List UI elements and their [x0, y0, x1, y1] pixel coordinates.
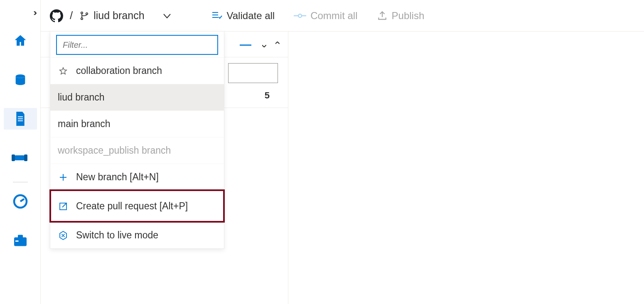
- create-pull-request-label: Create pull request [Alt+P]: [76, 201, 188, 212]
- nav-monitor[interactable]: [8, 191, 33, 212]
- collapse-icon[interactable]: —: [240, 38, 251, 51]
- collaboration-branch-item[interactable]: collaboration branch: [50, 57, 224, 84]
- nav-data[interactable]: [8, 69, 33, 91]
- star-icon: [58, 66, 69, 76]
- current-branch-label: liud branch: [93, 10, 144, 22]
- branch-dropdown: collaboration branch liud branch main br…: [50, 31, 224, 249]
- pipeline-icon: [12, 152, 29, 164]
- commit-icon: [294, 12, 306, 20]
- svg-rect-6: [24, 154, 27, 161]
- switch-live-mode-item[interactable]: Switch to live mode: [50, 222, 224, 248]
- switch-live-mode-label: Switch to live mode: [76, 230, 158, 241]
- branch-item-workspace-publish-label: workspace_publish branch: [58, 145, 171, 156]
- validate-all-label: Validate all: [227, 10, 275, 22]
- branch-filter-input[interactable]: [56, 35, 218, 55]
- synapse-icon: [58, 230, 69, 240]
- new-branch-label: New branch [Alt+N]: [76, 172, 159, 183]
- commit-all-label: Commit all: [310, 10, 357, 22]
- svg-point-12: [81, 17, 83, 19]
- validate-icon: [211, 11, 223, 21]
- branch-item-workspace-publish[interactable]: workspace_publish branch: [50, 137, 224, 164]
- database-icon: [13, 73, 27, 87]
- publish-button[interactable]: Publish: [377, 10, 425, 22]
- svg-point-14: [298, 14, 302, 17]
- validate-all-button[interactable]: Validate all: [211, 10, 275, 22]
- svg-rect-9: [18, 235, 23, 238]
- expand-rail-icon[interactable]: ››: [33, 7, 34, 18]
- publish-icon: [377, 10, 388, 21]
- svg-point-13: [86, 12, 88, 14]
- editor-main-area: [288, 32, 644, 304]
- rail-divider: [13, 182, 28, 182]
- create-pull-request-item[interactable]: Create pull request [Alt+P]: [50, 190, 224, 222]
- collaboration-branch-label: collaboration branch: [76, 65, 162, 76]
- svg-rect-3: [17, 120, 22, 121]
- branch-item-liud[interactable]: liud branch: [50, 84, 224, 110]
- svg-rect-10: [15, 240, 19, 242]
- resource-count: 5: [265, 90, 270, 101]
- nav-develop[interactable]: [4, 108, 37, 130]
- new-branch-item[interactable]: New branch [Alt+N]: [50, 164, 224, 190]
- chevron-down-icon: [163, 10, 171, 22]
- toolbox-icon: [13, 233, 28, 248]
- commit-all-button[interactable]: Commit all: [294, 10, 357, 22]
- breadcrumb-separator: /: [69, 9, 74, 22]
- branch-item-main[interactable]: main branch: [50, 110, 224, 137]
- nav-manage[interactable]: [8, 230, 33, 251]
- left-nav-rail: ››: [0, 0, 41, 304]
- branch-item-liud-label: liud branch: [58, 92, 105, 103]
- svg-point-0: [15, 74, 25, 78]
- external-link-icon: [58, 201, 69, 211]
- nav-home[interactable]: [8, 30, 33, 51]
- gauge-icon: [13, 194, 28, 209]
- branch-icon: [79, 11, 89, 21]
- plus-icon: [58, 172, 69, 182]
- svg-rect-5: [12, 154, 15, 161]
- panel-search-input[interactable]: [228, 63, 278, 83]
- svg-rect-1: [17, 116, 22, 117]
- svg-rect-2: [17, 118, 22, 119]
- svg-rect-4: [13, 155, 26, 160]
- document-icon: [14, 112, 27, 126]
- publish-label: Publish: [392, 10, 425, 22]
- nav-integrate[interactable]: [8, 147, 33, 169]
- home-icon: [13, 33, 28, 48]
- top-toolbar: / liud branch Validate all Commit all Pu…: [41, 0, 644, 32]
- branch-selector[interactable]: liud branch: [79, 10, 192, 22]
- svg-point-11: [81, 12, 83, 13]
- branch-item-main-label: main branch: [58, 118, 111, 130]
- github-icon[interactable]: [50, 9, 63, 22]
